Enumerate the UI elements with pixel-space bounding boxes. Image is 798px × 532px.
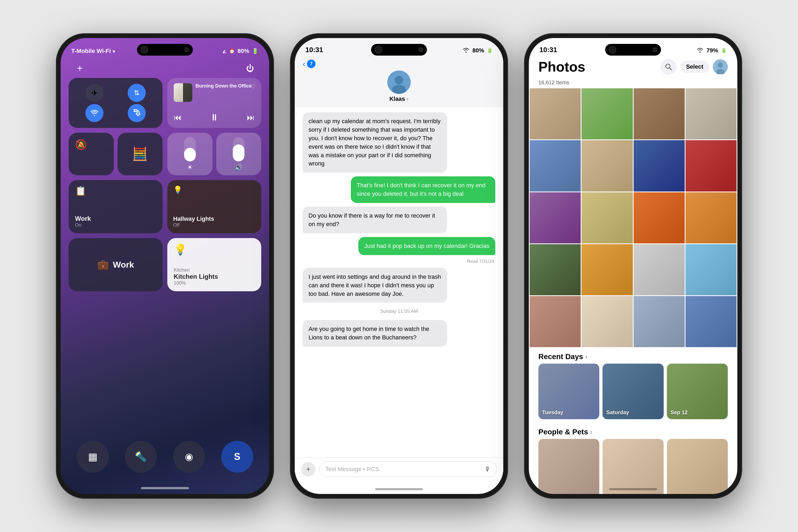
phone-1-control-center: T-Mobile Wi-Fi ▾ ◭ ⏰ 80% 🔋 + ⏻	[56, 33, 274, 499]
msg-attach-btn[interactable]: +	[301, 462, 316, 476]
contact-name-text: Klaas	[390, 95, 405, 102]
wifi-btn[interactable]	[86, 104, 103, 122]
rd-label-sep12: Sep 12	[670, 410, 688, 416]
msg-back-btn[interactable]: ‹ 7	[303, 59, 316, 68]
photos-select-btn[interactable]: Select	[680, 61, 709, 73]
photo-cell-8[interactable]	[685, 140, 737, 191]
row2-right: ☀ 🔊	[167, 133, 261, 175]
photo-cell-13[interactable]	[530, 244, 581, 295]
people-cell-3[interactable]	[667, 439, 728, 494]
recent-days-section-title[interactable]: Recent Days ›	[529, 347, 737, 364]
msg-home-bar	[375, 488, 423, 490]
photo-cell-7[interactable]	[633, 140, 685, 191]
phone-1-screen: T-Mobile Wi-Fi ▾ ◭ ⏰ 80% 🔋 + ⏻	[61, 38, 269, 494]
msg-input-field[interactable]: Text Message • RCS 🎙	[319, 461, 497, 477]
photos-search-btn[interactable]	[661, 59, 677, 75]
cc-top-bar: + ⏻	[61, 57, 269, 80]
photos-header: Photos Select	[529, 57, 737, 78]
phone-2-screen: 10:31 80% 🔋 ‹	[295, 38, 503, 494]
focus-card[interactable]: 📋 Work On	[69, 180, 163, 233]
work-card[interactable]: 💼 Work	[69, 238, 163, 291]
messages-scroll[interactable]: clean up my calendar at mom's request. I…	[295, 107, 503, 472]
work-inner: 💼 Work	[97, 259, 134, 270]
msg-back-row: ‹ 7	[303, 59, 495, 68]
photo-cell-2[interactable]	[582, 88, 632, 139]
photo-cell-9[interactable]	[530, 192, 581, 243]
np-heart-btn[interactable]: ♡	[251, 83, 256, 90]
photo-cell-6[interactable]	[582, 140, 632, 191]
qr-scan-btn[interactable]: ▦	[77, 441, 109, 473]
np-rewind-btn[interactable]: ⏮	[174, 113, 182, 122]
calculator-card[interactable]: 🧮	[118, 133, 163, 175]
photo-cell-17[interactable]	[530, 296, 581, 347]
people-cell-1[interactable]	[538, 439, 599, 494]
photo-cell-18[interactable]	[582, 296, 632, 347]
contact-name[interactable]: Klaas ›	[390, 95, 408, 102]
people-pets-section-title[interactable]: People & Pets ›	[529, 422, 737, 439]
msg-ts-text: Sunday 11:55 AM	[380, 308, 418, 314]
album-art	[174, 83, 192, 102]
contact-chevron: ›	[407, 95, 408, 102]
album-art-inner	[174, 83, 192, 102]
msg-time: 10:31	[305, 46, 323, 54]
bluetooth-item[interactable]: ⮷	[117, 104, 157, 122]
recent-day-saturday[interactable]: Saturday	[603, 364, 663, 419]
wifi-item[interactable]	[75, 104, 115, 122]
cc-bottom-row: ▦ 🔦 ◉ S	[69, 441, 261, 473]
photo-cell-10[interactable]	[582, 192, 632, 243]
photo-cell-3[interactable]	[633, 88, 685, 139]
rd-label-tuesday: Tuesday	[542, 410, 564, 416]
photo-cell-20[interactable]	[685, 296, 737, 347]
screen-record-btn[interactable]: ◉	[173, 441, 205, 473]
np-play-pause-btn[interactable]: ⏸	[210, 112, 219, 122]
flashlight-btn[interactable]: 🔦	[125, 441, 157, 473]
photo-cell-12[interactable]	[685, 192, 737, 243]
photo-cell-19[interactable]	[633, 296, 685, 347]
recent-day-sep12[interactable]: Sep 12	[667, 364, 728, 419]
mute-card[interactable]: 🔕	[69, 133, 114, 175]
kitchen-lights-card[interactable]: 💡 Kitchen Kitchen Lights 100%	[167, 238, 261, 291]
photo-cell-1[interactable]	[530, 88, 581, 139]
bluetooth-btn[interactable]: ⮷	[128, 104, 146, 122]
photo-cell-15[interactable]	[633, 244, 685, 295]
volume-card[interactable]: 🔊	[216, 133, 262, 175]
people-cell-2[interactable]	[603, 439, 663, 494]
cc-add-button[interactable]: +	[72, 61, 87, 76]
di-sensor-3	[652, 48, 657, 52]
location-icon: ◭	[223, 48, 226, 54]
airdrop-item[interactable]: ⇅	[117, 84, 157, 102]
photos-avatar[interactable]	[713, 59, 728, 74]
rd-label-saturday: Saturday	[606, 410, 629, 416]
wifi-status-icon: ▾	[113, 48, 115, 55]
mute-icon: 🔕	[75, 139, 108, 150]
np-forward-btn[interactable]: ⏭	[247, 113, 255, 122]
kitchen-top-row: 💡	[174, 243, 255, 256]
carrier-label: T-Mobile Wi-Fi	[71, 48, 111, 55]
photo-cell-4[interactable]	[685, 88, 737, 139]
shazam-btn[interactable]: S	[221, 441, 253, 473]
row2-left: 🔕 🧮	[69, 133, 163, 175]
airplane-btn[interactable]: ✈	[86, 84, 103, 102]
brightness-card[interactable]: ☀	[167, 133, 212, 175]
np-info: Burning Down the Office	[195, 83, 252, 89]
contact-avatar[interactable]	[387, 71, 411, 94]
phone-3-screen: 10:31 79% 🔋 Photos	[529, 38, 737, 494]
kitchen-bulb-icon: 💡	[174, 243, 187, 256]
hallway-icon-row: 💡	[173, 185, 255, 194]
di-camera-3	[609, 46, 616, 54]
photo-cell-14[interactable]	[582, 244, 632, 295]
photo-cell-11[interactable]	[633, 192, 685, 243]
msg-text-6: Are you going to get home in time to wat…	[308, 326, 429, 341]
dynamic-island-2	[371, 44, 427, 56]
recent-day-tuesday[interactable]: Tuesday	[538, 364, 599, 419]
msg-wifi-icon	[462, 48, 470, 54]
airdrop-btn[interactable]: ⇅	[128, 84, 146, 102]
msg-mic-btn[interactable]: 🎙	[484, 466, 491, 473]
photo-cell-16[interactable]	[685, 244, 737, 295]
msg-input-bar: + Text Message • RCS 🎙	[295, 457, 503, 481]
cc-power-button[interactable]: ⏻	[243, 61, 258, 76]
photo-cell-5[interactable]	[530, 140, 581, 191]
airplane-mode-item[interactable]: ✈	[75, 84, 115, 102]
hallway-lights-card[interactable]: 💡 Hallway Lights Off	[167, 180, 261, 233]
brightness-icon: ☀	[187, 164, 193, 171]
